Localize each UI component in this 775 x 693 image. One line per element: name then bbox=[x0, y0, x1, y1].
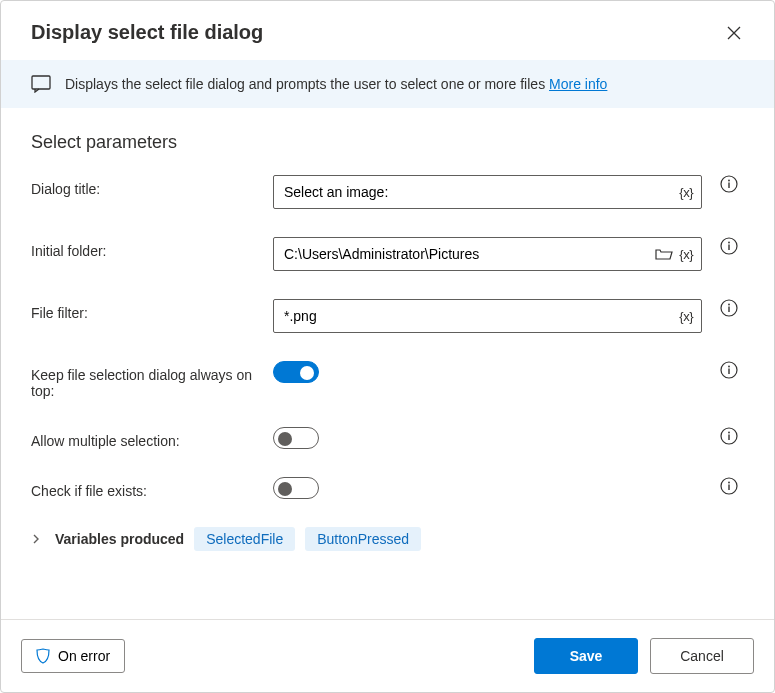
input-initial-folder[interactable] bbox=[284, 246, 649, 262]
svg-point-11 bbox=[728, 366, 730, 368]
input-file-filter-wrapper: {x} bbox=[273, 299, 702, 333]
input-dialog-title[interactable] bbox=[284, 184, 673, 200]
dialog-footer: On error Save Cancel bbox=[1, 619, 774, 692]
info-icon-dialog-title[interactable] bbox=[714, 175, 744, 193]
label-dialog-title: Dialog title: bbox=[31, 175, 261, 197]
message-icon bbox=[31, 74, 51, 94]
variable-token-icon[interactable]: {x} bbox=[679, 309, 693, 324]
section-title: Select parameters bbox=[31, 132, 744, 153]
svg-rect-3 bbox=[728, 183, 729, 189]
info-icon-initial-folder[interactable] bbox=[714, 237, 744, 255]
svg-point-8 bbox=[728, 304, 730, 306]
svg-rect-9 bbox=[728, 307, 729, 313]
svg-point-5 bbox=[728, 242, 730, 244]
row-keep-on-top: Keep file selection dialog always on top… bbox=[31, 361, 744, 399]
chevron-right-icon[interactable] bbox=[31, 534, 45, 544]
toggle-check-exists[interactable] bbox=[273, 477, 319, 499]
close-button[interactable] bbox=[724, 23, 744, 43]
variable-token-icon[interactable]: {x} bbox=[679, 247, 693, 262]
save-button[interactable]: Save bbox=[534, 638, 638, 674]
dialog-header: Display select file dialog bbox=[1, 1, 774, 60]
label-initial-folder: Initial folder: bbox=[31, 237, 261, 259]
row-file-filter: File filter: {x} bbox=[31, 299, 744, 333]
info-icon-check-exists[interactable] bbox=[714, 477, 744, 495]
variable-chip-buttonpressed[interactable]: ButtonPressed bbox=[305, 527, 421, 551]
row-dialog-title: Dialog title: {x} bbox=[31, 175, 744, 209]
toggle-allow-multiple[interactable] bbox=[273, 427, 319, 449]
info-banner: Displays the select file dialog and prom… bbox=[1, 60, 774, 108]
row-allow-multiple: Allow multiple selection: bbox=[31, 427, 744, 449]
svg-point-14 bbox=[728, 432, 730, 434]
more-info-link[interactable]: More info bbox=[549, 76, 607, 92]
svg-rect-18 bbox=[728, 485, 729, 491]
input-dialog-title-wrapper: {x} bbox=[273, 175, 702, 209]
banner-text: Displays the select file dialog and prom… bbox=[65, 76, 607, 92]
label-check-exists: Check if file exists: bbox=[31, 477, 261, 499]
browse-folder-icon[interactable] bbox=[655, 247, 673, 261]
label-allow-multiple: Allow multiple selection: bbox=[31, 427, 261, 449]
svg-point-17 bbox=[728, 482, 730, 484]
row-initial-folder: Initial folder: {x} bbox=[31, 237, 744, 271]
variables-produced-row: Variables produced SelectedFile ButtonPr… bbox=[31, 527, 744, 551]
svg-rect-12 bbox=[728, 369, 729, 375]
svg-rect-6 bbox=[728, 245, 729, 251]
cancel-button[interactable]: Cancel bbox=[650, 638, 754, 674]
label-file-filter: File filter: bbox=[31, 299, 261, 321]
on-error-label: On error bbox=[58, 648, 110, 664]
label-keep-on-top: Keep file selection dialog always on top… bbox=[31, 361, 261, 399]
row-check-exists: Check if file exists: bbox=[31, 477, 744, 499]
svg-rect-15 bbox=[728, 435, 729, 441]
svg-rect-0 bbox=[32, 76, 50, 89]
info-icon-keep-on-top[interactable] bbox=[714, 361, 744, 379]
info-icon-file-filter[interactable] bbox=[714, 299, 744, 317]
variables-produced-label: Variables produced bbox=[55, 531, 184, 547]
close-icon bbox=[727, 26, 741, 40]
dialog-content: Select parameters Dialog title: {x} Init… bbox=[1, 108, 774, 619]
dialog-title: Display select file dialog bbox=[31, 21, 263, 44]
svg-point-2 bbox=[728, 180, 730, 182]
toggle-keep-on-top[interactable] bbox=[273, 361, 319, 383]
variable-chip-selectedfile[interactable]: SelectedFile bbox=[194, 527, 295, 551]
variable-token-icon[interactable]: {x} bbox=[679, 185, 693, 200]
on-error-button[interactable]: On error bbox=[21, 639, 125, 673]
shield-icon bbox=[36, 648, 50, 664]
input-file-filter[interactable] bbox=[284, 308, 673, 324]
banner-text-content: Displays the select file dialog and prom… bbox=[65, 76, 549, 92]
info-icon-allow-multiple[interactable] bbox=[714, 427, 744, 445]
input-initial-folder-wrapper: {x} bbox=[273, 237, 702, 271]
